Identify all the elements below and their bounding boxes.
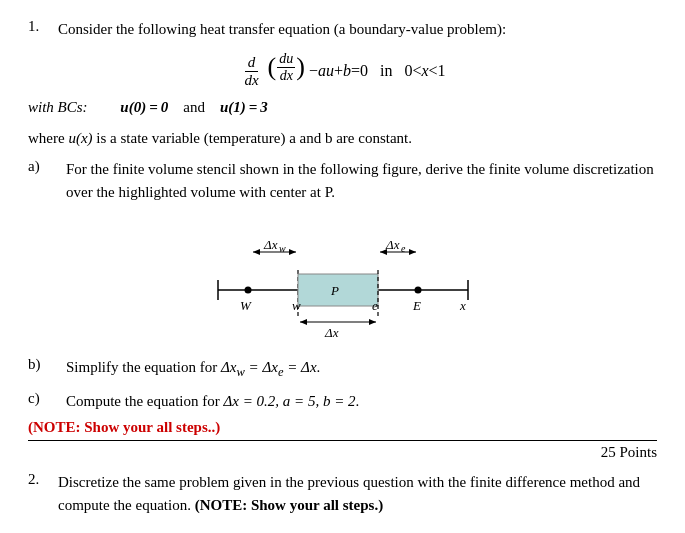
svg-text:Δx: Δx (263, 237, 278, 252)
part-c-label: c) (28, 390, 56, 413)
question-1-intro: Consider the following heat transfer equ… (58, 18, 657, 41)
svg-text:Δx: Δx (324, 325, 339, 340)
where-line: where u(x) is a state variable (temperat… (28, 126, 657, 150)
svg-text:E: E (412, 298, 421, 313)
part-a: a) For the finite volume stencil shown i… (28, 158, 657, 205)
inner-fraction-numerator: du (277, 51, 295, 68)
question-1-number: 1. (28, 18, 50, 41)
bc-u1: u(1) = 3 (220, 99, 268, 115)
question-2-note: (NOTE: Show your all steps.) (195, 497, 384, 513)
svg-marker-25 (300, 319, 307, 325)
svg-text:w: w (279, 243, 286, 254)
svg-marker-10 (289, 249, 296, 255)
svg-marker-15 (409, 249, 416, 255)
bc-label: with BCs: (28, 99, 88, 115)
svg-marker-9 (253, 249, 260, 255)
question-1-note: (NOTE: Show your all steps..) (28, 419, 657, 436)
inner-fraction: du dx (277, 51, 295, 84)
svg-text:P: P (330, 283, 339, 298)
outer-fraction-numerator: d (245, 54, 259, 72)
svg-text:x: x (459, 298, 466, 313)
inner-fraction-denominator: dx (278, 68, 295, 84)
bc-and: and (183, 99, 205, 115)
part-c-text: Compute the equation for Δx = 0.2, a = 5… (66, 390, 657, 413)
question-1-block: 1. Consider the following heat transfer … (28, 18, 657, 461)
svg-text:e: e (372, 298, 378, 313)
outer-fraction-denominator: dx (241, 72, 261, 89)
state-variable-note: u(x) (68, 130, 92, 146)
svg-text:e: e (401, 243, 406, 254)
svg-text:Δx: Δx (385, 237, 400, 252)
figure-area: Δx w Δx e W w P e E x Δx (28, 222, 657, 342)
question-2-number: 2. (28, 471, 50, 518)
question-2-block: 2. Discretize the same problem given in … (28, 471, 657, 518)
main-equation: d dx ( du dx ) −au+b=0 in 0<x<1 (28, 51, 657, 89)
outer-fraction: d dx (241, 54, 261, 89)
svg-marker-26 (369, 319, 376, 325)
svg-point-6 (414, 287, 421, 294)
part-a-label: a) (28, 158, 56, 205)
svg-point-2 (244, 287, 251, 294)
right-paren: ) (296, 54, 305, 80)
svg-text:w: w (292, 298, 301, 313)
points: 25 Points (28, 440, 657, 461)
part-c: c) Compute the equation for Δx = 0.2, a … (28, 390, 657, 413)
boundary-conditions-line: with BCs: u(0) = 0 and u(1) = 3 (28, 99, 657, 116)
left-paren: ( (268, 54, 277, 80)
part-b: b) Simplify the equation for Δxw = Δxe =… (28, 356, 657, 382)
part-b-text: Simplify the equation for Δxw = Δxe = Δx… (66, 356, 657, 382)
part-b-label: b) (28, 356, 56, 382)
stencil-figure: Δx w Δx e W w P e E x Δx (188, 222, 498, 342)
parenthesis-group: ( du dx ) (268, 51, 305, 84)
svg-text:W: W (240, 298, 252, 313)
bc-u0: u(0) = 0 (120, 99, 168, 115)
equation-middle: −au+b=0 in 0<x<1 (309, 61, 446, 78)
question-1-header: 1. Consider the following heat transfer … (28, 18, 657, 41)
part-a-text: For the finite volume stencil shown in t… (66, 158, 657, 205)
question-2-text: Discretize the same problem given in the… (58, 471, 657, 518)
